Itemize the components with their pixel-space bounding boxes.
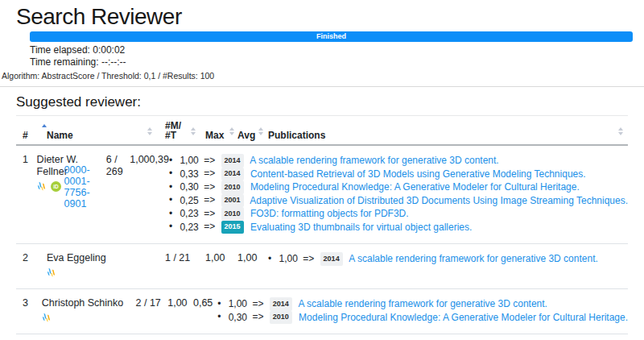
table-header-row: # Name #M/#T Max Avg Publications [16,115,628,146]
publication-year-badge: 2014 [221,168,244,181]
publication-year-badge: 2001 [221,194,244,208]
publication-score: 0,30 [180,181,198,193]
column-header-publications[interactable]: Publications [268,127,628,140]
publication-item: 0,23 => 2010 FO3D: formatting objects fo… [169,207,628,221]
publication-year-badge: 2014 [320,252,343,266]
sort-icon [147,127,152,135]
table-row: 1 Dieter W. Fellner iD [16,146,628,244]
column-header-match-total[interactable]: #M/#T [165,121,205,140]
publication-arrow: => [252,298,263,309]
publication-item: 0,33 => 2014 Content-based Retrieval of … [169,168,628,181]
progress-bar: Finished [30,31,633,42]
publication-score: 0,23 [180,221,198,232]
publication-link[interactable]: Modeling Procedural Knowledge: A Generat… [250,181,580,193]
publication-link[interactable]: A scalable rendering framework for gener… [298,298,547,309]
publication-year-badge: 2010 [221,180,244,194]
publication-year-badge: 2010 [270,311,292,325]
publication-score: 1,00 [279,253,298,264]
sort-icon [258,127,263,135]
dblp-icon[interactable] [37,181,47,192]
publication-link[interactable]: A scalable rendering framework for gener… [349,253,598,264]
match-total-value: 6 / 269 [106,154,130,234]
column-header-name[interactable]: Name [47,127,165,140]
column-label-name: Name [47,131,73,140]
max-score-value: 1,00 [205,252,237,279]
sort-icon [618,127,623,135]
publication-item: 1,00 => 2014 A scalable rendering framew… [217,297,628,311]
publication-link[interactable]: Modeling Procedural Knowledge: A Generat… [299,311,628,322]
max-score-value: 1,00 [130,154,149,234]
publication-score: 1,00 [229,298,247,309]
publication-list: 1,00 => 2014 A scalable rendering framew… [169,154,628,234]
orcid-link[interactable]: iD 0000-0001-7756-0901 [51,164,106,209]
table-row: 3 Christoph Schinko 2 / 17 1,00 0,65 1 [16,289,628,334]
publication-link[interactable]: Evaluating 3D thumbnails for virtual obj… [250,221,472,232]
column-label-avg: Avg [237,131,255,140]
publication-arrow: => [204,168,215,179]
time-remaining: Time remaining: --:--:-- [30,56,644,68]
dblp-icon[interactable] [42,313,52,323]
publication-score: 1,00 [180,155,198,166]
reviewer-table: # Name #M/#T Max Avg Publications 1 Diet… [16,115,628,340]
publication-arrow: => [303,253,314,264]
publication-link[interactable]: A scalable rendering framework for gener… [250,155,499,166]
section-heading: Suggested reviewer: [16,94,644,110]
publication-link[interactable]: Adaptive Visualization of Distributed 3D… [250,194,628,205]
publication-year-badge: 2014 [270,297,292,311]
avg-score-value: 0,65 [193,297,217,324]
avg-score-value: 0,39 [150,154,169,234]
publication-arrow: => [204,221,215,232]
sort-icon [191,127,196,135]
avg-score-value: 1,00 [237,252,268,279]
dblp-icon[interactable] [47,267,57,278]
publication-item: 1,00 => 2014 A scalable rendering framew… [169,154,628,168]
publication-link[interactable]: FO3D: formatting objects for PDF3D. [250,208,409,219]
publication-year-badge: 2014 [221,154,244,168]
column-label-rank: # [23,131,28,140]
publication-item: 0,30 => 2010 Modeling Procedural Knowled… [169,180,628,194]
reviewer-name: Eva Eggeling [47,252,165,264]
row-rank: 1 [16,154,37,234]
publication-score: 0,23 [180,208,198,219]
match-total-value: 2 / 17 [136,297,168,324]
orcid-icon: iD [51,181,61,192]
publication-list: 1,00 => 2014 A scalable rendering framew… [268,252,628,266]
column-header-rank[interactable]: # [16,124,47,140]
publication-score: 0,33 [180,168,198,179]
publication-item: 1,00 => 2014 A scalable rendering framew… [268,252,628,266]
max-score-value: 1,00 [167,297,193,324]
table-row: 2 Eva Eggeling 1 / 21 1,00 1,00 1,00 [16,244,628,289]
publication-score: 0,25 [180,194,198,205]
column-label-publications: Publications [268,131,325,140]
algorithm-status-line: Algorithm: AbstractScore / Threshold: 0,… [0,71,644,87]
publication-arrow: => [204,155,215,166]
publication-arrow: => [204,181,215,193]
page-title: Search Reviewer [16,4,644,29]
column-header-avg[interactable]: Avg [237,127,268,140]
publication-item: 0,23 => 2015 Evaluating 3D thumbnails fo… [169,221,628,234]
publication-item: 0,25 => 2001 Adaptive Visualization of D… [169,194,628,208]
publication-year-badge: 2010 [221,207,244,221]
publication-list: 1,00 => 2014 A scalable rendering framew… [217,297,628,324]
publication-item: 0,30 => 2010 Modeling Procedural Knowled… [217,311,628,325]
match-total-value: 1 / 21 [165,252,205,279]
publication-year-badge: 2015 [221,221,244,234]
row-rank: 2 [16,252,47,279]
publication-arrow: => [204,194,215,205]
time-elapsed: Time elapsed: 0:00:02 [30,44,644,56]
table-row: 4 René Berndt iD [16,334,628,340]
reviewer-table-body: 1 Dieter W. Fellner iD [16,146,628,340]
svg-text:iD: iD [53,184,59,189]
row-rank: 3 [16,297,42,324]
reviewer-name: Christoph Schinko [42,297,136,309]
progress-status-label: Finished [316,33,346,40]
column-header-max[interactable]: Max [205,127,237,140]
publication-arrow: => [204,208,215,219]
sort-icon [229,127,234,135]
orcid-id: 0000-0001-7756-0901 [64,164,106,209]
column-label-match-total: #M/#T [165,121,184,140]
publication-link[interactable]: Content-based Retrieval of 3D Models usi… [250,168,586,179]
column-label-max: Max [205,131,224,140]
publication-arrow: => [252,311,263,322]
publication-score: 0,30 [229,311,247,322]
